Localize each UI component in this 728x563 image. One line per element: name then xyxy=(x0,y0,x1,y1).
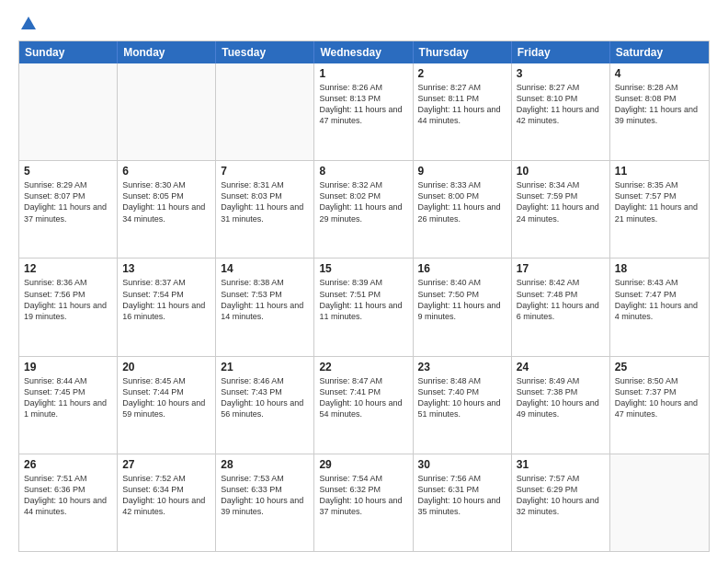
cell-text: Sunrise: 8:49 AM Sunset: 7:38 PM Dayligh… xyxy=(517,375,605,420)
cell-text: Sunrise: 8:45 AM Sunset: 7:44 PM Dayligh… xyxy=(122,375,210,420)
day-number: 21 xyxy=(221,361,309,373)
day-number: 27 xyxy=(122,458,210,471)
calendar-cell-empty-4-6 xyxy=(610,454,709,551)
cell-text: Sunrise: 8:39 AM Sunset: 7:51 PM Dayligh… xyxy=(319,277,407,322)
day-number: 19 xyxy=(24,361,112,373)
cell-text: Sunrise: 8:31 AM Sunset: 8:03 PM Dayligh… xyxy=(221,179,309,224)
day-number: 11 xyxy=(615,165,704,178)
calendar-row-3: 19Sunrise: 8:44 AM Sunset: 7:45 PM Dayli… xyxy=(19,356,709,454)
day-number: 13 xyxy=(122,262,210,275)
svg-marker-0 xyxy=(21,17,36,29)
day-number: 18 xyxy=(615,262,704,275)
cell-text: Sunrise: 8:26 AM Sunset: 8:13 PM Dayligh… xyxy=(319,82,407,127)
cell-text: Sunrise: 7:52 AM Sunset: 6:34 PM Dayligh… xyxy=(122,473,210,518)
calendar-cell-25: 25Sunrise: 8:50 AM Sunset: 7:37 PM Dayli… xyxy=(610,357,709,454)
calendar-cell-20: 20Sunrise: 8:45 AM Sunset: 7:44 PM Dayli… xyxy=(118,357,216,454)
cell-text: Sunrise: 8:50 AM Sunset: 7:37 PM Dayligh… xyxy=(615,375,704,420)
calendar-cell-21: 21Sunrise: 8:46 AM Sunset: 7:43 PM Dayli… xyxy=(216,357,314,454)
day-number: 29 xyxy=(319,458,407,471)
day-number: 20 xyxy=(122,361,210,373)
calendar-body: 1Sunrise: 8:26 AM Sunset: 8:13 PM Daylig… xyxy=(19,63,709,551)
calendar-row-1: 5Sunrise: 8:29 AM Sunset: 8:07 PM Daylig… xyxy=(19,160,709,258)
cell-text: Sunrise: 8:36 AM Sunset: 7:56 PM Dayligh… xyxy=(24,277,112,322)
header-cell-friday: Friday xyxy=(512,41,610,63)
day-number: 14 xyxy=(221,262,309,275)
day-number: 15 xyxy=(319,262,407,275)
cell-text: Sunrise: 7:56 AM Sunset: 6:31 PM Dayligh… xyxy=(418,473,506,518)
day-number: 23 xyxy=(418,361,506,373)
calendar-cell-26: 26Sunrise: 7:51 AM Sunset: 6:36 PM Dayli… xyxy=(19,454,118,551)
header-cell-thursday: Thursday xyxy=(414,41,512,63)
cell-text: Sunrise: 7:51 AM Sunset: 6:36 PM Dayligh… xyxy=(24,473,112,518)
cell-text: Sunrise: 8:46 AM Sunset: 7:43 PM Dayligh… xyxy=(221,375,309,420)
day-number: 5 xyxy=(24,165,112,178)
cell-text: Sunrise: 8:34 AM Sunset: 7:59 PM Dayligh… xyxy=(517,179,605,224)
day-number: 2 xyxy=(418,67,506,80)
header-cell-tuesday: Tuesday xyxy=(216,41,314,63)
calendar-row-2: 12Sunrise: 8:36 AM Sunset: 7:56 PM Dayli… xyxy=(19,258,709,355)
calendar-cell-empty-0-2 xyxy=(216,63,314,160)
cell-text: Sunrise: 8:47 AM Sunset: 7:41 PM Dayligh… xyxy=(319,375,407,420)
day-number: 16 xyxy=(418,262,506,275)
calendar-row-0: 1Sunrise: 8:26 AM Sunset: 8:13 PM Daylig… xyxy=(19,63,709,160)
header xyxy=(18,15,710,31)
calendar-cell-3: 3Sunrise: 8:27 AM Sunset: 8:10 PM Daylig… xyxy=(512,63,610,160)
day-number: 17 xyxy=(517,262,605,275)
calendar-cell-8: 8Sunrise: 8:32 AM Sunset: 8:02 PM Daylig… xyxy=(314,161,413,258)
calendar-cell-27: 27Sunrise: 7:52 AM Sunset: 6:34 PM Dayli… xyxy=(118,454,216,551)
cell-text: Sunrise: 8:27 AM Sunset: 8:10 PM Dayligh… xyxy=(517,82,605,127)
day-number: 31 xyxy=(517,458,605,471)
calendar-cell-17: 17Sunrise: 8:42 AM Sunset: 7:48 PM Dayli… xyxy=(512,259,610,355)
calendar-cell-30: 30Sunrise: 7:56 AM Sunset: 6:31 PM Dayli… xyxy=(414,454,512,551)
calendar-row-4: 26Sunrise: 7:51 AM Sunset: 6:36 PM Dayli… xyxy=(19,454,709,551)
calendar-cell-2: 2Sunrise: 8:27 AM Sunset: 8:11 PM Daylig… xyxy=(414,63,512,160)
header-cell-monday: Monday xyxy=(118,41,216,63)
calendar-cell-31: 31Sunrise: 7:57 AM Sunset: 6:29 PM Dayli… xyxy=(512,454,610,551)
calendar-cell-23: 23Sunrise: 8:48 AM Sunset: 7:40 PM Dayli… xyxy=(414,357,512,454)
day-number: 12 xyxy=(24,262,112,275)
day-number: 10 xyxy=(517,165,605,178)
calendar-cell-11: 11Sunrise: 8:35 AM Sunset: 7:57 PM Dayli… xyxy=(610,161,709,258)
day-number: 28 xyxy=(221,458,309,471)
calendar-cell-5: 5Sunrise: 8:29 AM Sunset: 8:07 PM Daylig… xyxy=(19,161,118,258)
cell-text: Sunrise: 7:54 AM Sunset: 6:32 PM Dayligh… xyxy=(319,473,407,518)
calendar-cell-empty-0-1 xyxy=(118,63,216,160)
day-number: 25 xyxy=(615,361,704,373)
cell-text: Sunrise: 8:43 AM Sunset: 7:47 PM Dayligh… xyxy=(615,277,704,322)
calendar-cell-1: 1Sunrise: 8:26 AM Sunset: 8:13 PM Daylig… xyxy=(314,63,413,160)
calendar-cell-16: 16Sunrise: 8:40 AM Sunset: 7:50 PM Dayli… xyxy=(414,259,512,355)
cell-text: Sunrise: 8:27 AM Sunset: 8:11 PM Dayligh… xyxy=(418,82,506,127)
cell-text: Sunrise: 7:57 AM Sunset: 6:29 PM Dayligh… xyxy=(517,473,605,518)
cell-text: Sunrise: 8:32 AM Sunset: 8:02 PM Dayligh… xyxy=(319,179,407,224)
calendar-cell-4: 4Sunrise: 8:28 AM Sunset: 8:08 PM Daylig… xyxy=(610,63,709,160)
calendar-cell-empty-0-0 xyxy=(19,63,118,160)
day-number: 26 xyxy=(24,458,112,471)
calendar-cell-19: 19Sunrise: 8:44 AM Sunset: 7:45 PM Dayli… xyxy=(19,357,118,454)
cell-text: Sunrise: 8:48 AM Sunset: 7:40 PM Dayligh… xyxy=(418,375,506,420)
cell-text: Sunrise: 8:40 AM Sunset: 7:50 PM Dayligh… xyxy=(418,277,506,322)
day-number: 9 xyxy=(418,165,506,178)
cell-text: Sunrise: 8:44 AM Sunset: 7:45 PM Dayligh… xyxy=(24,375,112,420)
calendar-cell-15: 15Sunrise: 8:39 AM Sunset: 7:51 PM Dayli… xyxy=(314,259,413,355)
cell-text: Sunrise: 7:53 AM Sunset: 6:33 PM Dayligh… xyxy=(221,473,309,518)
calendar-cell-7: 7Sunrise: 8:31 AM Sunset: 8:03 PM Daylig… xyxy=(216,161,314,258)
cell-text: Sunrise: 8:42 AM Sunset: 7:48 PM Dayligh… xyxy=(517,277,605,322)
header-cell-saturday: Saturday xyxy=(610,41,709,63)
day-number: 3 xyxy=(517,67,605,80)
logo-icon xyxy=(19,15,38,33)
day-number: 24 xyxy=(517,361,605,373)
calendar-cell-28: 28Sunrise: 7:53 AM Sunset: 6:33 PM Dayli… xyxy=(216,454,314,551)
calendar-cell-10: 10Sunrise: 8:34 AM Sunset: 7:59 PM Dayli… xyxy=(512,161,610,258)
calendar-header: SundayMondayTuesdayWednesdayThursdayFrid… xyxy=(19,41,709,63)
day-number: 1 xyxy=(319,67,407,80)
page: SundayMondayTuesdayWednesdayThursdayFrid… xyxy=(0,0,728,563)
day-number: 8 xyxy=(319,165,407,178)
calendar-cell-14: 14Sunrise: 8:38 AM Sunset: 7:53 PM Dayli… xyxy=(216,259,314,355)
cell-text: Sunrise: 8:38 AM Sunset: 7:53 PM Dayligh… xyxy=(221,277,309,322)
cell-text: Sunrise: 8:28 AM Sunset: 8:08 PM Dayligh… xyxy=(615,82,704,127)
calendar-cell-12: 12Sunrise: 8:36 AM Sunset: 7:56 PM Dayli… xyxy=(19,259,118,355)
header-cell-sunday: Sunday xyxy=(19,41,118,63)
cell-text: Sunrise: 8:29 AM Sunset: 8:07 PM Dayligh… xyxy=(24,179,112,224)
day-number: 6 xyxy=(122,165,210,178)
calendar-cell-13: 13Sunrise: 8:37 AM Sunset: 7:54 PM Dayli… xyxy=(118,259,216,355)
